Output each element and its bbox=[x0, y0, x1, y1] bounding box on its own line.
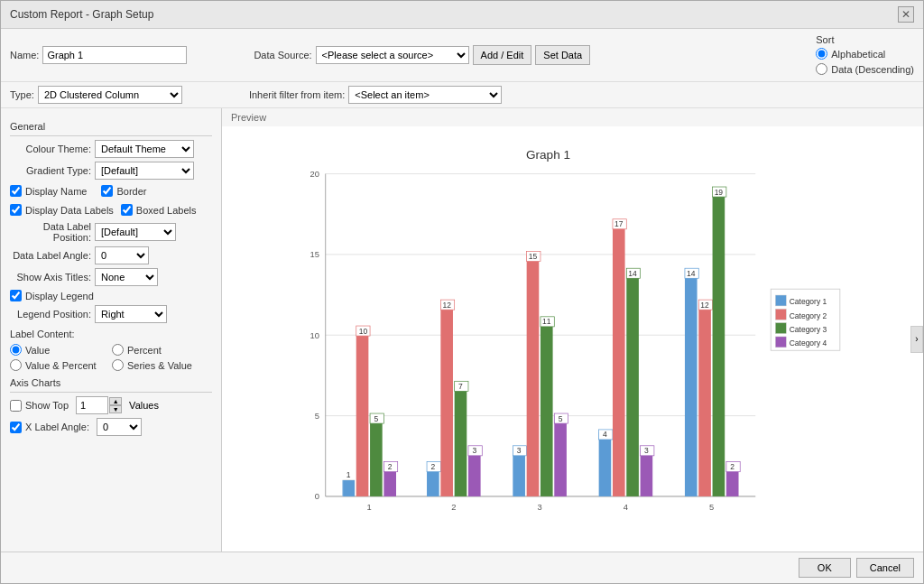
value-radio[interactable] bbox=[10, 344, 22, 356]
data-label-angle-label: Data Label Angle: bbox=[10, 250, 91, 261]
preview-area: Graph 1 20 15 10 5 0 bbox=[222, 126, 923, 552]
bar bbox=[626, 271, 639, 496]
sort-title: Sort bbox=[816, 34, 914, 45]
series-value-radio[interactable] bbox=[112, 359, 124, 371]
svg-text:10: 10 bbox=[359, 327, 368, 336]
display-data-labels-label: Display Data Labels bbox=[25, 205, 114, 216]
svg-text:Category 3: Category 3 bbox=[790, 325, 827, 334]
svg-text:4: 4 bbox=[624, 503, 628, 512]
cancel-button[interactable]: Cancel bbox=[856, 558, 914, 578]
svg-text:15: 15 bbox=[529, 252, 538, 261]
bar bbox=[541, 319, 553, 496]
colour-theme-select[interactable]: Default Theme bbox=[95, 140, 194, 158]
svg-text:Category 1: Category 1 bbox=[790, 297, 827, 306]
svg-rect-62 bbox=[775, 295, 786, 306]
sort-alphabetical-radio[interactable] bbox=[816, 48, 827, 60]
x-label-angle-checkbox[interactable] bbox=[10, 422, 22, 433]
bar bbox=[370, 416, 383, 496]
svg-text:4: 4 bbox=[603, 430, 607, 439]
type-select[interactable]: 2D Clustered Column bbox=[38, 86, 182, 104]
show-axis-titles-select[interactable]: None bbox=[95, 268, 158, 286]
svg-text:2: 2 bbox=[451, 503, 456, 512]
gradient-type-label: Gradient Type: bbox=[10, 165, 91, 176]
svg-text:5: 5 bbox=[709, 503, 714, 512]
bar bbox=[527, 255, 540, 496]
svg-text:10: 10 bbox=[310, 331, 319, 340]
bar bbox=[713, 190, 725, 496]
gradient-type-select[interactable]: [Default] bbox=[95, 162, 194, 180]
title-bar: Custom Report - Graph Setup ✕ bbox=[1, 1, 923, 29]
inherit-filter-label: Inherit filter from item: bbox=[249, 89, 345, 100]
value-percent-radio[interactable] bbox=[10, 359, 22, 371]
svg-rect-12 bbox=[342, 479, 355, 480]
bottom-bar: OK Cancel bbox=[1, 552, 923, 583]
svg-text:3: 3 bbox=[517, 446, 522, 455]
x-label-angle-label: X Label Angle: bbox=[25, 422, 89, 432]
bar bbox=[554, 416, 567, 496]
svg-text:1: 1 bbox=[346, 470, 351, 479]
svg-text:14: 14 bbox=[687, 269, 696, 278]
display-legend-checkbox[interactable] bbox=[10, 290, 22, 301]
display-data-labels-checkbox[interactable] bbox=[10, 204, 22, 216]
colour-theme-label: Colour Theme: bbox=[10, 144, 91, 154]
show-top-down[interactable]: ▼ bbox=[109, 405, 122, 413]
svg-rect-68 bbox=[775, 337, 786, 348]
bar bbox=[440, 303, 453, 496]
show-top-input[interactable] bbox=[76, 396, 108, 414]
dialog-title: Custom Report - Graph Setup bbox=[10, 8, 153, 21]
bar bbox=[613, 222, 625, 496]
svg-text:Category 4: Category 4 bbox=[790, 338, 827, 348]
close-button[interactable]: ✕ bbox=[898, 6, 914, 23]
name-input[interactable] bbox=[42, 46, 187, 64]
ok-button[interactable]: OK bbox=[799, 558, 851, 578]
value-percent-label: Value & Percent bbox=[25, 360, 97, 371]
display-legend-label: Display Legend bbox=[25, 291, 94, 301]
bar bbox=[698, 303, 711, 496]
show-top-up[interactable]: ▲ bbox=[109, 397, 122, 405]
data-label-position-select[interactable]: [Default] bbox=[95, 223, 176, 241]
show-top-checkbox[interactable] bbox=[10, 400, 22, 412]
bar bbox=[455, 384, 467, 496]
svg-text:3: 3 bbox=[538, 503, 542, 512]
svg-text:2: 2 bbox=[388, 462, 393, 471]
svg-text:17: 17 bbox=[614, 219, 624, 228]
svg-text:0: 0 bbox=[315, 492, 319, 501]
legend-position-select[interactable]: Right bbox=[95, 305, 167, 323]
inherit-filter-select[interactable]: <Select an item> bbox=[348, 86, 502, 104]
data-label-angle-select[interactable]: 0 bbox=[95, 246, 149, 264]
bar bbox=[599, 431, 612, 496]
label-content-title: Label Content: bbox=[10, 329, 212, 339]
add-edit-button[interactable]: Add / Edit bbox=[473, 45, 532, 65]
svg-text:3: 3 bbox=[472, 446, 476, 455]
svg-rect-66 bbox=[775, 323, 786, 334]
data-label-position-label: Data Label Position: bbox=[10, 221, 91, 243]
scroll-right-arrow[interactable]: › bbox=[910, 326, 923, 353]
chart-svg: Graph 1 20 15 10 5 0 bbox=[231, 135, 896, 542]
value-label: Value bbox=[25, 345, 50, 356]
bar bbox=[342, 480, 355, 496]
svg-text:20: 20 bbox=[310, 170, 319, 179]
percent-radio[interactable] bbox=[112, 344, 124, 356]
name-label: Name: bbox=[10, 50, 39, 60]
sort-descending-label: Data (Descending) bbox=[831, 64, 914, 75]
set-data-button[interactable]: Set Data bbox=[535, 45, 590, 65]
show-axis-titles-label: Show Axis Titles: bbox=[10, 272, 91, 283]
data-source-select[interactable]: <Please select a source> bbox=[316, 46, 469, 64]
svg-text:3: 3 bbox=[644, 446, 649, 455]
general-title: General bbox=[10, 121, 212, 132]
boxed-labels-checkbox[interactable] bbox=[121, 204, 133, 216]
sort-descending-radio[interactable] bbox=[816, 63, 827, 75]
svg-text:5: 5 bbox=[559, 414, 563, 423]
svg-rect-13 bbox=[342, 479, 343, 496]
display-name-checkbox[interactable] bbox=[10, 185, 22, 197]
svg-text:Category 2: Category 2 bbox=[790, 311, 827, 320]
svg-text:11: 11 bbox=[542, 317, 551, 326]
series-value-label: Series & Value bbox=[127, 360, 192, 371]
x-label-angle-select[interactable]: 0 bbox=[97, 418, 142, 436]
percent-label: Percent bbox=[127, 345, 162, 356]
border-checkbox[interactable] bbox=[101, 185, 113, 197]
svg-text:7: 7 bbox=[458, 382, 463, 391]
svg-text:2: 2 bbox=[730, 462, 735, 471]
bar bbox=[356, 335, 369, 496]
svg-text:14: 14 bbox=[628, 269, 637, 278]
